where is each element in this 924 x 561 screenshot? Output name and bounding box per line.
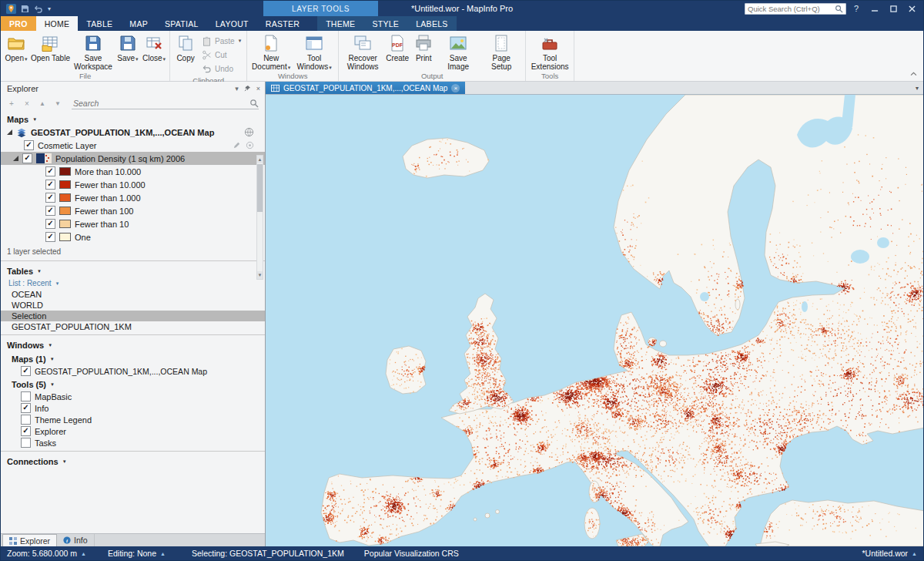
legend-row[interactable]: ✓ One — [1, 230, 265, 244]
quick-search-input[interactable] — [748, 5, 835, 13]
tool-windows-button[interactable]: Tool Windows▾ — [293, 32, 336, 71]
table-item[interactable]: WORLD — [1, 300, 265, 311]
legend-row[interactable]: ✓ Fewer than 100 — [1, 204, 265, 217]
tab-labels[interactable]: LABELS — [407, 16, 457, 31]
close-tab-icon[interactable]: × — [451, 84, 460, 92]
statusbar-workspace[interactable]: *Untitled.wor▲ — [856, 549, 923, 558]
tab-style[interactable]: STYLE — [363, 16, 407, 31]
map-document-tab[interactable]: GEOSTAT_POPULATION_1KM,...,OCEAN Map × — [266, 82, 465, 94]
tree-scrollbar[interactable]: ▲ ▼ — [256, 155, 263, 280]
open-button[interactable]: Open▾ — [3, 32, 29, 62]
statusbar-selecting[interactable]: Selecting: GEOSTAT_POPULATION_1KM — [186, 549, 350, 558]
table-item[interactable]: GEOSTAT_POPULATION_1KM — [1, 321, 265, 332]
paste-button[interactable]: Paste▾ — [199, 34, 244, 48]
legend-row[interactable]: ✓ Fewer than 10 — [1, 217, 265, 230]
windows-tools-subsection[interactable]: Tools (5)▼ — [1, 377, 265, 391]
statusbar-zoom[interactable]: Zoom: 5.680.000 m▲ — [1, 549, 92, 558]
minimize-button[interactable] — [866, 2, 883, 15]
expand-icon[interactable] — [7, 129, 12, 135]
legend-row[interactable]: ✓ Fewer than 1.000 — [1, 191, 265, 204]
legend-row[interactable]: ✓ Fewer than 10.000 — [1, 178, 265, 191]
tab-raster[interactable]: RASTER — [257, 16, 308, 31]
explorer-search-input[interactable] — [72, 98, 249, 109]
new-document-button[interactable]: New Document▾ — [249, 32, 293, 71]
tool-item-info[interactable]: ✓ Info — [1, 402, 265, 414]
windows-maps-subsection[interactable]: Maps (1)▼ — [1, 351, 265, 365]
cosmetic-layer-row[interactable]: ✓ Cosmetic Layer — [1, 139, 265, 152]
panel-menu-caret[interactable]: ▾ — [235, 85, 239, 92]
section-tables[interactable]: Tables▼ — [1, 264, 265, 277]
tab-layout[interactable]: LAYOUT — [207, 16, 257, 31]
quick-access-save-icon[interactable] — [21, 5, 29, 13]
window-map-checkbox[interactable]: ✓ — [21, 366, 31, 376]
tab-home[interactable]: HOME — [36, 16, 79, 31]
create-pdf-button[interactable]: PDF Create — [384, 32, 410, 62]
expand-icon[interactable] — [13, 156, 18, 161]
legend-checkbox[interactable]: ✓ — [45, 180, 55, 190]
theme-layer-checkbox[interactable]: ✓ — [22, 153, 32, 163]
search-icon[interactable] — [835, 5, 843, 13]
theme-layer-row[interactable]: ✓ Population Density (1 sq km) 2006 — [1, 152, 265, 165]
save-button[interactable]: Save▾ — [115, 32, 141, 62]
tab-pro[interactable]: PRO — [1, 16, 36, 31]
scroll-down-arrow[interactable]: ▼ — [257, 271, 263, 279]
statusbar-editing[interactable]: Editing: None▲ — [102, 549, 172, 558]
window-list-caret[interactable]: ▾ — [916, 82, 919, 94]
tables-filter[interactable]: List : Recent▼ — [1, 277, 265, 289]
section-connections[interactable]: Connections▼ — [1, 454, 265, 468]
legend-checkbox[interactable]: ✓ — [45, 206, 55, 216]
open-table-button[interactable]: Open Table — [29, 32, 72, 62]
legend-checkbox[interactable]: ✓ — [45, 193, 55, 203]
add-icon[interactable]: + — [7, 99, 16, 108]
recover-windows-button[interactable]: Recover Windows — [341, 32, 384, 71]
legend-checkbox[interactable]: ✓ — [45, 219, 55, 229]
statusbar-crs[interactable]: Popular Visualization CRS — [358, 549, 465, 558]
layer-control-icon[interactable] — [244, 127, 254, 137]
section-windows[interactable]: Windows▼ — [1, 338, 265, 351]
tool-checkbox[interactable]: ✓ — [21, 403, 31, 413]
tool-checkbox[interactable]: ✓ — [21, 438, 31, 448]
bottom-tab-info[interactable]: i Info — [57, 534, 95, 546]
section-maps[interactable]: Maps▼ — [1, 112, 265, 126]
page-setup-button[interactable]: Page Setup — [480, 32, 523, 71]
close-button[interactable]: Close▾ — [141, 32, 167, 62]
tab-map[interactable]: MAP — [121, 16, 156, 31]
tab-theme[interactable]: THEME — [317, 16, 363, 31]
search-icon[interactable] — [249, 99, 259, 108]
undo-button[interactable]: Undo — [199, 62, 244, 76]
collapse-ribbon-icon[interactable] — [910, 66, 917, 79]
legend-checkbox[interactable]: ✓ — [45, 232, 55, 242]
table-item-selected[interactable]: Selection — [1, 311, 265, 321]
move-down-icon[interactable]: ▼ — [53, 100, 62, 107]
quick-access-undo-icon[interactable] — [34, 5, 42, 13]
print-button[interactable]: Print — [410, 32, 437, 62]
legend-checkbox[interactable]: ✓ — [45, 166, 55, 176]
tool-checkbox[interactable]: ✓ — [21, 426, 31, 436]
maximize-button[interactable] — [885, 2, 902, 15]
remove-icon[interactable]: × — [22, 99, 32, 108]
edit-icon[interactable] — [233, 141, 241, 149]
help-button[interactable]: ? — [848, 2, 865, 15]
panel-close-icon[interactable]: × — [256, 85, 260, 92]
tool-checkbox[interactable]: ✓ — [21, 415, 31, 425]
window-map-item[interactable]: ✓ GEOSTAT_POPULATION_1KM,...,OCEAN Map — [1, 365, 265, 377]
tab-table[interactable]: TABLE — [78, 16, 121, 31]
customize-toolbar-caret[interactable]: ▾ — [48, 5, 51, 12]
cosmetic-layer-checkbox[interactable]: ✓ — [24, 140, 34, 150]
tab-spatial[interactable]: SPATIAL — [156, 16, 207, 31]
pin-icon[interactable] — [244, 85, 251, 92]
selectable-icon[interactable] — [246, 141, 254, 149]
close-window-button[interactable] — [903, 2, 920, 15]
map-canvas[interactable] — [266, 95, 924, 546]
bottom-tab-explorer[interactable]: Explorer — [2, 534, 57, 546]
app-icon[interactable] — [6, 4, 16, 14]
tool-item-mapbasic[interactable]: ✓ MapBasic — [1, 391, 265, 402]
tool-item-tasks[interactable]: ✓ Tasks — [1, 437, 265, 448]
table-item[interactable]: OCEAN — [1, 289, 265, 300]
scroll-up-arrow[interactable]: ▲ — [257, 156, 263, 163]
copy-button[interactable]: Copy — [172, 32, 199, 62]
tool-item-explorer[interactable]: ✓ Explorer — [1, 425, 265, 437]
tool-extensions-button[interactable]: Tool Extensions — [528, 32, 571, 71]
scrollbar-thumb[interactable] — [257, 164, 263, 212]
save-image-button[interactable]: Save Image — [437, 32, 480, 71]
